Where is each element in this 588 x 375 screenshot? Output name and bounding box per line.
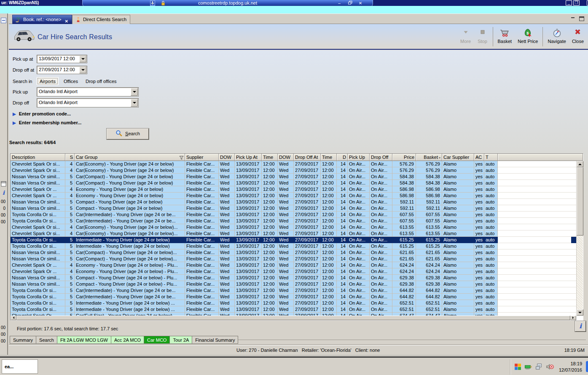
taskbar-app-button[interactable]: ea... (2, 359, 38, 374)
cell-drop_off_at: 27/09/2017 (294, 262, 321, 268)
membership-number-label: Enter membership number... (19, 120, 82, 125)
pane-restore-icon[interactable] (579, 16, 585, 21)
column-header-dow2[interactable]: DOW (278, 154, 294, 161)
bottom-tab-flt-2a-lgw-mco-lgw[interactable]: Flt 2A LGW MCO LGW (57, 336, 111, 344)
pane-minimize-icon[interactable] (571, 16, 576, 21)
result-row[interactable]: Chevrolet Spark Or ...4Economy - Young D… (11, 193, 583, 199)
tab-close-icon[interactable]: ✕ (65, 19, 68, 24)
column-header-pick_up_at[interactable]: Pick Up At (235, 154, 262, 161)
drop-off-at-dropdown-button[interactable] (79, 67, 86, 73)
search-in-options: AirportsOfficesDrop off offices (37, 77, 122, 86)
result-row[interactable]: Nissan Versa Or simil...5Car(Compact) - … (11, 180, 583, 186)
scroll-down-button[interactable] (577, 309, 583, 316)
info-button[interactable]: i (575, 321, 586, 332)
background-window-restore-icon[interactable] (1, 18, 6, 24)
search-button[interactable]: Search (107, 129, 149, 139)
pick-up-at-dropdown-button[interactable] (79, 56, 86, 62)
result-row[interactable]: Toyota Corolla Or si...5Car(Intermediate… (11, 287, 583, 294)
network-card-tray-icon[interactable] (525, 363, 532, 371)
search-in-option-airports[interactable]: Airports (37, 77, 59, 85)
scroll-left-button[interactable] (11, 316, 16, 320)
column-header-dow1[interactable]: DOW (219, 154, 235, 161)
result-row[interactable]: Toyota Corolla Or si...5Intermediate - Y… (11, 306, 583, 313)
bottom-tab-tour-2a[interactable]: Tour 2A (169, 336, 192, 344)
result-row[interactable]: Chevrolet Spark Or si...4Car(Economy) - … (11, 167, 583, 174)
result-row[interactable]: Chevrolet Spark Or ...4Economy - Young D… (11, 186, 583, 193)
background-window-icon[interactable] (1, 181, 6, 188)
promotion-code-expander[interactable]: ▶Enter promotion code... (13, 111, 71, 116)
result-row[interactable]: Nissan Versa Or simil...5Car(Compact) - … (11, 174, 583, 180)
volume-muted-tray-icon[interactable] (546, 363, 554, 371)
search-in-option-drop-off-offices[interactable]: Drop off offices (83, 78, 119, 85)
search-in-option-offices[interactable]: Offices (61, 78, 81, 85)
result-row[interactable]: Toyota Corolla Or si...5Intermediate - Y… (11, 300, 583, 306)
column-header-description[interactable]: Description (11, 154, 65, 161)
bottom-tab-summary[interactable]: Summary (10, 336, 36, 344)
horizontal-scrollbar[interactable] (11, 316, 576, 320)
column-header-time2[interactable]: Time (321, 154, 337, 161)
column-header-car_group[interactable]: Car Group (75, 154, 185, 161)
hidden-tray-icon[interactable] (586, 361, 588, 372)
close-button[interactable]: Close (569, 26, 587, 48)
pick-up-at-combobox[interactable]: 13/09/2017 12:00 (37, 55, 87, 63)
bottom-tab-car-mco[interactable]: Car MCO (144, 336, 170, 344)
result-row[interactable]: Nissan Versa Or simil...5Compact - Young… (11, 205, 583, 212)
result-row[interactable]: Chevrolet Spark Or si...4Car(Economy) - … (11, 230, 583, 237)
pick-up-dropdown-button[interactable] (131, 88, 138, 96)
column-header-s[interactable]: S (65, 154, 75, 161)
navigate-button[interactable]: Navigate (545, 26, 569, 48)
filter-funnel-icon[interactable] (179, 155, 184, 161)
basket-button[interactable]: Basket (495, 26, 515, 48)
result-row[interactable]: Toyota Corolla Or si...5Car(Intermediate… (11, 218, 583, 224)
bottom-tab-acc-2a-mco[interactable]: Acc 2A MCO (111, 336, 144, 344)
column-header-time1[interactable]: Time (262, 154, 278, 161)
network-connection-tray-icon[interactable] (535, 363, 542, 371)
cell-time1: 12:00 (262, 256, 278, 262)
rdp-minimize-button[interactable]: – (336, 0, 342, 6)
result-row[interactable]: Chevrolet Spark Or ...4Economy - Young D… (11, 262, 583, 268)
window-minimize-button[interactable]: _ (566, 0, 572, 5)
vertical-scrollbar[interactable] (576, 161, 583, 316)
document-tab-booking[interactable]: Book. ref.: <none>✕ (12, 15, 72, 24)
membership-number-expander[interactable]: ▶Enter membership number... (13, 120, 81, 125)
column-header-d[interactable]: D (337, 154, 348, 161)
pick-up-combobox[interactable]: Orlando Intl Airport (37, 87, 139, 96)
result-row[interactable]: Toyota Corolla Or si...5Car(Intermediate… (11, 212, 583, 218)
result-row[interactable]: Chevrolet Spark Or ...4Economy - Young D… (11, 268, 583, 275)
rdp-close-button[interactable]: ✕ (357, 0, 363, 6)
rdp-restore-button[interactable] (347, 0, 353, 6)
column-header-t[interactable]: T (484, 154, 498, 161)
column-header-car_supplier[interactable]: Car Supplier (442, 154, 474, 161)
result-row[interactable]: Chevrolet Spark Or si...4Car(Economy) - … (11, 161, 583, 167)
drop-off-combobox[interactable]: Orlando Intl Airport (37, 98, 139, 107)
result-row[interactable]: Chevrolet Spark Or si...4Car(Economy) - … (11, 224, 583, 230)
scroll-up-button[interactable] (577, 161, 583, 167)
drop-off-at-combobox[interactable]: 27/09/2017 12:00 (37, 66, 87, 74)
column-header-supplier[interactable]: Supplier (185, 154, 219, 161)
column-header-pick_up[interactable]: Pick Up (348, 154, 370, 161)
bottom-tab-search[interactable]: Search (36, 336, 57, 344)
result-row[interactable]: Nissan Versa Or simil...5Compact - Young… (11, 275, 583, 281)
vertical-scroll-thumb[interactable] (577, 167, 583, 236)
bottom-tab-financial-summary[interactable]: Financial Summary (192, 336, 238, 344)
document-tab-direct-clients-search[interactable]: Direct Clients Search (72, 15, 130, 24)
result-row[interactable]: Toyota Corolla Or si...5Car(Intermediate… (11, 294, 583, 300)
column-header-basket[interactable]: Basket▾ (416, 154, 442, 161)
scroll-right-button[interactable] (570, 316, 576, 320)
drop-off-dropdown-button[interactable] (131, 99, 138, 107)
window-restore-button[interactable]: ❐ (573, 0, 580, 5)
result-row[interactable]: Toyota Corolla Or si...5Intermediate - Y… (11, 237, 583, 243)
result-row[interactable]: Nissan Versa Or simil...5Compact - Young… (11, 199, 583, 205)
result-row[interactable]: Nissan Versa Or simil...5Car(Compact) - … (11, 256, 583, 262)
result-row[interactable]: Toyota Corolla Or si...5Intermediate - Y… (11, 243, 583, 249)
horizontal-scroll-thumb[interactable] (16, 316, 570, 320)
column-header-ac[interactable]: AC (474, 154, 484, 161)
result-row[interactable]: Nissan Versa Or simil...5Car(Compact) - … (11, 249, 583, 256)
column-header-price[interactable]: Price (392, 154, 416, 161)
antivirus-tray-icon[interactable] (514, 363, 521, 371)
result-row[interactable]: Nissan Versa Or simil...5Compact - Young… (11, 281, 583, 287)
column-header-drop_off[interactable]: Drop Off (370, 154, 392, 161)
column-header-drop_off_at[interactable]: Drop Off At (294, 154, 321, 161)
nett-price-button[interactable]: $Nett Price (515, 26, 541, 48)
cell-car_supplier: Alamo (442, 180, 474, 186)
